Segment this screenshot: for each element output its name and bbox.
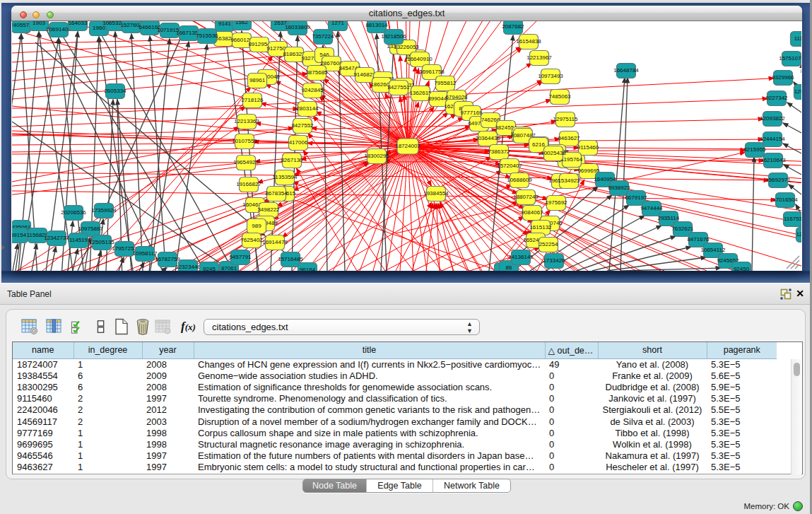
- svg-text:39154: 39154: [12, 232, 27, 238]
- svg-text:12505135: 12505135: [89, 239, 114, 245]
- svg-text:1112: 1112: [794, 35, 801, 42]
- svg-text:12975115: 12975115: [553, 116, 579, 122]
- svg-text:10973493: 10973493: [538, 73, 563, 79]
- svg-text:8938923: 8938923: [608, 185, 630, 191]
- svg-text:15692971: 15692971: [765, 177, 791, 183]
- svg-text:16033809: 16033809: [285, 24, 310, 30]
- svg-text:1975692: 1975692: [545, 199, 567, 206]
- svg-text:14136141: 14136141: [508, 254, 534, 260]
- svg-text:7485063: 7485063: [548, 93, 571, 100]
- svg-text:2087682: 2087682: [502, 23, 524, 30]
- svg-text:114519: 114519: [69, 237, 88, 243]
- svg-text:9227342: 9227342: [765, 95, 788, 101]
- svg-text:16961758: 16961758: [419, 69, 445, 75]
- svg-text:18300295: 18300295: [364, 153, 389, 159]
- svg-text:9463627: 9463627: [558, 135, 580, 141]
- svg-text:12093822: 12093822: [760, 115, 785, 122]
- svg-text:7632621: 7632621: [671, 226, 694, 232]
- svg-text:20206536: 20206536: [61, 209, 86, 216]
- svg-text:2605334: 2605334: [104, 88, 126, 94]
- svg-text:19218506: 19218506: [381, 33, 406, 40]
- svg-text:8215955: 8215955: [743, 146, 766, 153]
- svg-text:8267130: 8267130: [281, 157, 303, 163]
- svg-text:116753: 116753: [784, 216, 801, 222]
- svg-text:129916: 129916: [794, 88, 801, 95]
- svg-text:19654923: 19654923: [233, 159, 259, 165]
- svg-text:7625402: 7625402: [240, 237, 263, 243]
- svg-text:16640910: 16640910: [407, 56, 433, 62]
- svg-text:9474444: 9474444: [640, 205, 663, 211]
- svg-text:87061: 87061: [221, 265, 237, 271]
- svg-text:10654112: 10654112: [701, 247, 726, 253]
- svg-text:164033: 164033: [69, 21, 88, 26]
- svg-text:1271: 1271: [331, 21, 344, 26]
- svg-text:11353594: 11353594: [273, 174, 298, 180]
- svg-text:17359924: 17359924: [91, 207, 117, 214]
- svg-text:9115460: 9115460: [577, 144, 599, 151]
- svg-text:9245: 9245: [203, 266, 216, 271]
- svg-text:1903: 1903: [33, 21, 45, 26]
- svg-text:19166827: 19166827: [236, 181, 261, 187]
- svg-text:15720407: 15720407: [497, 163, 522, 169]
- svg-text:1733426: 1733426: [543, 257, 565, 264]
- svg-text:15751074: 15751074: [779, 55, 801, 62]
- svg-text:9084067: 9084067: [521, 209, 543, 216]
- svg-text:6216: 6216: [532, 141, 545, 148]
- svg-text:16210643: 16210643: [760, 157, 786, 163]
- svg-text:10025438: 10025438: [541, 150, 566, 156]
- svg-text:16154838: 16154838: [516, 38, 541, 45]
- svg-text:9457791: 9457791: [229, 254, 252, 260]
- svg-text:120403: 120403: [796, 231, 801, 238]
- svg-text:3498222: 3498222: [257, 206, 280, 213]
- svg-text:10975867: 10975867: [78, 226, 103, 232]
- svg-text:9141: 9141: [218, 21, 231, 27]
- svg-text:12213363: 12213363: [234, 118, 259, 124]
- svg-text:16914479: 16914479: [262, 239, 288, 245]
- svg-text:19384554: 19384554: [423, 190, 449, 197]
- svg-text:13226053: 13226053: [394, 44, 419, 50]
- svg-text:18807249: 18807249: [513, 194, 539, 200]
- svg-text:12444154: 12444154: [760, 136, 785, 142]
- svg-text:16782759: 16782759: [155, 256, 180, 262]
- svg-text:2935114: 2935114: [658, 215, 680, 221]
- svg-text:417006: 417006: [289, 139, 308, 146]
- svg-text:9329966: 9329966: [772, 74, 794, 81]
- svg-text:10688609: 10688609: [507, 177, 532, 183]
- svg-text:8813014: 8813014: [365, 22, 388, 28]
- svg-text:8427552: 8427552: [291, 122, 314, 129]
- svg-text:12342737: 12342737: [44, 235, 69, 241]
- svg-text:20364436: 20364436: [475, 135, 500, 141]
- svg-text:86: 86: [506, 264, 512, 271]
- svg-text:12213967: 12213967: [526, 54, 552, 61]
- svg-text:10958117: 10958117: [133, 250, 158, 257]
- svg-text:989: 989: [252, 223, 261, 229]
- svg-text:12323446: 12323446: [175, 264, 201, 270]
- svg-text:15716485: 15716485: [278, 256, 303, 262]
- svg-text:2803144: 2803144: [296, 105, 319, 112]
- svg-text:9777169: 9777169: [460, 110, 483, 116]
- svg-text:9242845: 9242845: [301, 87, 324, 93]
- svg-text:7357224: 7357224: [312, 33, 334, 40]
- svg-text:1615132: 1615132: [529, 224, 552, 230]
- svg-text:1562: 1562: [235, 21, 248, 25]
- svg-text:2718126: 2718126: [241, 97, 264, 103]
- svg-text:252254: 252254: [539, 241, 558, 247]
- svg-text:16648784: 16648784: [613, 67, 639, 74]
- svg-text:7515536: 7515536: [196, 33, 218, 39]
- svg-text:8471676: 8471676: [687, 236, 710, 243]
- svg-text:10107553: 10107553: [232, 138, 257, 144]
- svg-text:96184: 96184: [300, 267, 316, 271]
- svg-text:1195764: 1195764: [561, 156, 583, 163]
- svg-text:3875685: 3875685: [305, 69, 328, 76]
- svg-text:1534923: 1534923: [558, 177, 580, 184]
- svg-text:7955812: 7955812: [434, 80, 457, 86]
- svg-text:8678354: 8678354: [265, 190, 288, 197]
- svg-text:18724007: 18724007: [395, 143, 420, 149]
- svg-text:17016504: 17016504: [772, 197, 798, 203]
- svg-text:92450: 92450: [734, 266, 750, 271]
- svg-text:7386372: 7386372: [488, 148, 510, 155]
- svg-text:98961: 98961: [249, 77, 266, 83]
- svg-text:6679197: 6679197: [625, 194, 647, 201]
- svg-text:8427551: 8427551: [387, 84, 410, 90]
